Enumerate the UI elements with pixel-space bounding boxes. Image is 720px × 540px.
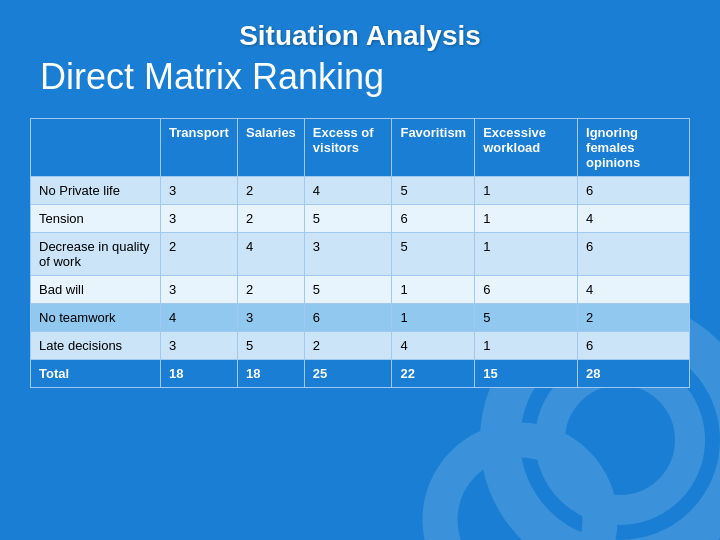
row-value: 5 bbox=[392, 177, 475, 205]
row-value: 1 bbox=[475, 233, 578, 276]
row-value: 1 bbox=[392, 304, 475, 332]
row-value: 5 bbox=[475, 304, 578, 332]
row-value: 2 bbox=[161, 233, 238, 276]
row-value: 3 bbox=[161, 205, 238, 233]
table-row: Decrease in quality of work243516 bbox=[31, 233, 690, 276]
row-value: 6 bbox=[392, 205, 475, 233]
row-value: 22 bbox=[392, 360, 475, 388]
row-value: 3 bbox=[161, 276, 238, 304]
row-value: 5 bbox=[304, 276, 392, 304]
row-value: 18 bbox=[237, 360, 304, 388]
page-subtitle: Direct Matrix Ranking bbox=[30, 56, 690, 98]
row-value: 3 bbox=[161, 332, 238, 360]
row-value: 1 bbox=[475, 205, 578, 233]
row-value: 1 bbox=[475, 332, 578, 360]
table-row: Bad will325164 bbox=[31, 276, 690, 304]
header-ignoring-females: Ignoring females opinions bbox=[578, 119, 690, 177]
row-value: 5 bbox=[237, 332, 304, 360]
table-header-row: Transport Salaries Excess of visitors Fa… bbox=[31, 119, 690, 177]
row-value: 2 bbox=[237, 177, 304, 205]
row-value: 4 bbox=[578, 205, 690, 233]
row-value: 15 bbox=[475, 360, 578, 388]
table-row: Tension325614 bbox=[31, 205, 690, 233]
row-value: 2 bbox=[578, 304, 690, 332]
ranking-table: Transport Salaries Excess of visitors Fa… bbox=[30, 118, 690, 388]
table-row: No teamwork436152 bbox=[31, 304, 690, 332]
row-value: 6 bbox=[304, 304, 392, 332]
row-value: 1 bbox=[475, 177, 578, 205]
table-row: Late decisions352416 bbox=[31, 332, 690, 360]
row-value: 6 bbox=[578, 177, 690, 205]
row-value: 28 bbox=[578, 360, 690, 388]
table-row: No Private life324516 bbox=[31, 177, 690, 205]
row-value: 4 bbox=[392, 332, 475, 360]
header-excess-visitors: Excess of visitors bbox=[304, 119, 392, 177]
row-value: 5 bbox=[392, 233, 475, 276]
row-value: 6 bbox=[578, 332, 690, 360]
row-label: No Private life bbox=[31, 177, 161, 205]
row-value: 4 bbox=[578, 276, 690, 304]
row-value: 4 bbox=[304, 177, 392, 205]
row-value: 2 bbox=[304, 332, 392, 360]
row-value: 6 bbox=[578, 233, 690, 276]
row-label: Bad will bbox=[31, 276, 161, 304]
svg-point-2 bbox=[440, 440, 600, 540]
row-value: 2 bbox=[237, 276, 304, 304]
row-value: 4 bbox=[161, 304, 238, 332]
table-row: Total181825221528 bbox=[31, 360, 690, 388]
row-label: Total bbox=[31, 360, 161, 388]
row-value: 1 bbox=[392, 276, 475, 304]
header-excessive-workload: Excessive workload bbox=[475, 119, 578, 177]
row-value: 18 bbox=[161, 360, 238, 388]
row-value: 2 bbox=[237, 205, 304, 233]
row-label: No teamwork bbox=[31, 304, 161, 332]
row-value: 3 bbox=[304, 233, 392, 276]
header-favoritism: Favoritism bbox=[392, 119, 475, 177]
row-value: 4 bbox=[237, 233, 304, 276]
header-salaries: Salaries bbox=[237, 119, 304, 177]
row-value: 25 bbox=[304, 360, 392, 388]
row-value: 3 bbox=[237, 304, 304, 332]
header-transport: Transport bbox=[161, 119, 238, 177]
row-label: Tension bbox=[31, 205, 161, 233]
row-label: Decrease in quality of work bbox=[31, 233, 161, 276]
row-label: Late decisions bbox=[31, 332, 161, 360]
row-value: 5 bbox=[304, 205, 392, 233]
main-container: Situation Analysis Direct Matrix Ranking… bbox=[0, 0, 720, 408]
row-value: 3 bbox=[161, 177, 238, 205]
header-label bbox=[31, 119, 161, 177]
row-value: 6 bbox=[475, 276, 578, 304]
page-title: Situation Analysis bbox=[30, 20, 690, 52]
